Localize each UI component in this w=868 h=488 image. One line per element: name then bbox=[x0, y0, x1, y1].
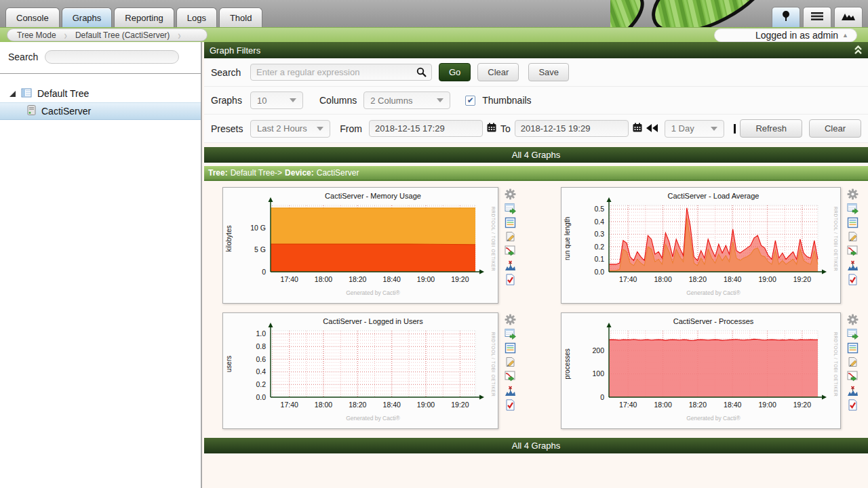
login-status[interactable]: Logged in as admin ▲ bbox=[714, 28, 857, 42]
svg-text:17:40: 17:40 bbox=[281, 401, 298, 409]
columns-select[interactable]: 2 Columns bbox=[363, 92, 450, 109]
export-icon[interactable] bbox=[847, 203, 859, 214]
thumbnails-checkbox[interactable]: ✔ bbox=[465, 96, 475, 106]
report-check-icon[interactable] bbox=[847, 399, 859, 411]
export-icon[interactable] bbox=[505, 203, 516, 214]
shift-period-select[interactable]: 1 Day bbox=[665, 120, 725, 138]
spike-remove-icon[interactable] bbox=[847, 260, 859, 271]
report-check-icon[interactable] bbox=[847, 274, 859, 285]
all-graphs-bar-bottom[interactable]: All 4 Graphs bbox=[204, 438, 868, 453]
gear-icon[interactable] bbox=[847, 188, 859, 200]
sidebar-divider bbox=[0, 73, 201, 74]
svg-text:18:00: 18:00 bbox=[654, 275, 671, 283]
chevron-down-icon bbox=[437, 98, 443, 102]
svg-text:users: users bbox=[225, 356, 233, 372]
regex-search-input[interactable] bbox=[250, 64, 432, 81]
from-date-input[interactable] bbox=[369, 120, 483, 137]
graph-image-cactiserver-processes[interactable]: 010020017:4018:0018:2018:4019:0019:20Cac… bbox=[561, 312, 841, 429]
presets-select[interactable]: Last 2 Hours bbox=[250, 120, 330, 138]
svg-text:18:40: 18:40 bbox=[724, 401, 741, 409]
csv-list-icon[interactable] bbox=[505, 342, 516, 354]
server-icon bbox=[27, 105, 36, 117]
tab-graphs[interactable]: Graphs bbox=[62, 7, 113, 27]
svg-text:19:00: 19:00 bbox=[417, 401, 435, 409]
tab-reporting[interactable]: Reporting bbox=[114, 7, 174, 27]
tree-node-default-tree[interactable]: Default Tree bbox=[0, 85, 201, 102]
tree-view-button[interactable] bbox=[772, 7, 800, 27]
report-check-icon[interactable] bbox=[505, 399, 516, 411]
svg-text:17:40: 17:40 bbox=[281, 275, 298, 283]
svg-text:processes: processes bbox=[564, 348, 571, 380]
gear-icon[interactable] bbox=[847, 314, 859, 325]
tab-console[interactable]: Console bbox=[5, 7, 60, 27]
graph-filters-header: Graph Filters bbox=[204, 42, 868, 58]
login-status-label: Logged in as admin bbox=[755, 30, 838, 41]
svg-text:19:00: 19:00 bbox=[758, 275, 776, 283]
svg-text:100: 100 bbox=[592, 369, 604, 378]
graphs-count-select[interactable]: 10 bbox=[250, 92, 303, 109]
collapse-chevrons-icon[interactable] bbox=[854, 45, 863, 57]
svg-text:18:40: 18:40 bbox=[383, 401, 401, 409]
csv-list-icon[interactable] bbox=[847, 342, 859, 354]
export-icon[interactable] bbox=[847, 328, 859, 340]
svg-text:0.0: 0.0 bbox=[256, 393, 266, 401]
to-date-input[interactable] bbox=[515, 120, 629, 137]
tab-logs[interactable]: Logs bbox=[176, 7, 217, 27]
graph-cell: 0.00.20.40.60.81.017:4018:0018:2018:4019… bbox=[222, 312, 516, 429]
graph-image-cactiserver-memory-usage[interactable]: 05 G10 G17:4018:0018:2018:4019:0019:20Ca… bbox=[222, 187, 498, 304]
sidebar-search-input[interactable] bbox=[45, 50, 179, 64]
gear-icon[interactable] bbox=[505, 188, 516, 200]
realtime-icon[interactable] bbox=[505, 245, 516, 257]
calendar-icon[interactable] bbox=[633, 123, 642, 135]
clear-dates-button[interactable]: Clear bbox=[809, 119, 861, 138]
list-view-button[interactable] bbox=[803, 7, 831, 27]
shift-forward-icon[interactable] bbox=[734, 124, 736, 134]
breadcrumb-default-tree[interactable]: Default Tree (CactiServer) bbox=[75, 30, 170, 40]
realtime-icon[interactable] bbox=[847, 371, 859, 382]
report-check-icon[interactable] bbox=[505, 274, 516, 285]
csv-list-icon[interactable] bbox=[505, 217, 516, 228]
shift-back-icon[interactable] bbox=[646, 123, 658, 135]
edit-icon[interactable] bbox=[505, 357, 516, 368]
tab-thold[interactable]: Thold bbox=[219, 7, 263, 27]
graph-image-cactiserver-load-average[interactable]: 0.00.10.20.30.40.517:4018:0018:2018:4019… bbox=[561, 187, 841, 304]
filter-row-display: Graphs 10 Columns 2 Columns ✔ Thumbnails bbox=[204, 87, 868, 115]
svg-text:10 G: 10 G bbox=[250, 224, 266, 232]
svg-text:18:20: 18:20 bbox=[689, 275, 707, 283]
svg-text:0: 0 bbox=[262, 268, 266, 276]
tree-node-cactiserver[interactable]: CactiServer bbox=[0, 102, 201, 120]
all-graphs-bar-top[interactable]: All 4 Graphs bbox=[204, 147, 868, 163]
edit-icon[interactable] bbox=[505, 231, 516, 243]
spike-remove-icon[interactable] bbox=[505, 260, 516, 271]
svg-text:18:20: 18:20 bbox=[349, 401, 366, 409]
gear-icon[interactable] bbox=[505, 314, 516, 325]
svg-text:19:20: 19:20 bbox=[793, 275, 811, 283]
realtime-icon[interactable] bbox=[505, 371, 516, 382]
edit-icon[interactable] bbox=[847, 357, 859, 368]
preview-view-button[interactable] bbox=[834, 7, 863, 27]
go-button[interactable]: Go bbox=[439, 63, 471, 81]
breadcrumb-tree-mode[interactable]: Tree Mode bbox=[17, 30, 56, 40]
svg-text:19:20: 19:20 bbox=[451, 275, 469, 283]
edit-icon[interactable] bbox=[847, 231, 859, 243]
spike-remove-icon[interactable] bbox=[847, 385, 859, 396]
spike-remove-icon[interactable] bbox=[505, 385, 516, 396]
csv-list-icon[interactable] bbox=[847, 217, 859, 228]
graph-cell: 0.00.10.20.30.40.517:4018:0018:2018:4019… bbox=[561, 187, 859, 304]
svg-text:18:20: 18:20 bbox=[689, 401, 707, 409]
collapse-triangle-icon: ▲ bbox=[842, 32, 848, 39]
export-icon[interactable] bbox=[505, 328, 516, 340]
refresh-button[interactable]: Refresh bbox=[740, 119, 802, 138]
realtime-icon[interactable] bbox=[847, 245, 859, 257]
graph-preview-icon bbox=[842, 12, 855, 24]
expander-icon[interactable] bbox=[9, 88, 16, 99]
save-button[interactable]: Save bbox=[528, 63, 569, 81]
svg-text:Generated by Cacti®: Generated by Cacti® bbox=[686, 415, 741, 422]
graph-image-cactiserver-logged-in-users[interactable]: 0.00.20.40.60.81.017:4018:0018:2018:4019… bbox=[222, 312, 498, 429]
svg-text:17:40: 17:40 bbox=[619, 401, 637, 409]
clear-button[interactable]: Clear bbox=[477, 63, 519, 81]
sidebar: Search Default Tree CactiServer bbox=[0, 42, 202, 488]
breadcrumb: Tree Mode › Default Tree (CactiServer) › bbox=[7, 28, 208, 41]
svg-text:18:00: 18:00 bbox=[654, 401, 671, 409]
calendar-icon[interactable] bbox=[487, 123, 496, 135]
